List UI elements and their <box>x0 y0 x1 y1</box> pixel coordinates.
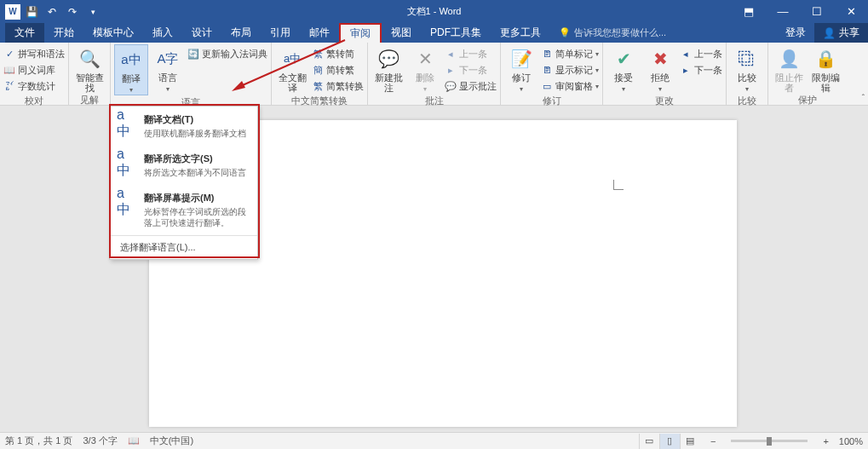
language-button[interactable]: A字 语言▾ <box>151 44 185 94</box>
collapse-ribbon-icon[interactable]: ˆ <box>862 94 865 103</box>
wordcount-button[interactable]: ㍄字数统计 <box>3 78 65 94</box>
close-button[interactable]: ✕ <box>834 0 868 23</box>
track-icon: 📝 <box>509 46 534 72</box>
group-language: a中 翻译▾ A字 语言▾ 🔄更新输入法词典 语言 <box>111 43 272 105</box>
translate-sel-icon: a中 <box>117 153 137 173</box>
view-buttons: ▭ ▯ ▤ <box>639 434 700 449</box>
tab-insert[interactable]: 插入 <box>143 23 182 43</box>
translate-button[interactable]: a中 翻译▾ <box>114 44 148 95</box>
statusbar: 第 1 页，共 1 页 3/3 个字 📖 中文(中国) ▭ ▯ ▤ − + 10… <box>0 432 868 449</box>
next-comment-button[interactable]: ▸下一条 <box>445 62 497 78</box>
next-change-button[interactable]: ▸下一条 <box>680 62 722 78</box>
group-comments: 💬 新建批注 ✕ 删除▾ ◂上一条 ▸下一条 💬显示批注 批注 <box>368 43 501 105</box>
full-translate-icon: a中 <box>279 46 305 72</box>
undo-button[interactable]: ↶ <box>43 3 61 21</box>
qat-customize[interactable]: ▾ <box>83 3 102 21</box>
translate-document-item[interactable]: a中 翻译文档(T) 使用联机翻译服务翻译文档 <box>110 106 257 146</box>
block-authors-button[interactable]: 👤 阻止作者 <box>772 44 806 93</box>
lock-icon: 🔒 <box>813 46 838 72</box>
zoom-level[interactable]: 100% <box>839 436 863 446</box>
trad-to-simp-button[interactable]: 繁繁转简 <box>312 46 364 61</box>
text-cursor-icon <box>613 180 624 190</box>
restrict-editing-button[interactable]: 🔒 限制编辑 <box>808 44 842 93</box>
language-icon: A字 <box>155 46 181 72</box>
proofing-status-icon[interactable]: 📖 <box>128 435 140 446</box>
simp-trad-convert-button[interactable]: 繁简繁转换 <box>312 78 364 94</box>
page-indicator[interactable]: 第 1 页，共 1 页 <box>5 435 72 447</box>
tab-layout[interactable]: 布局 <box>221 23 261 43</box>
delete-icon: ✕ <box>412 46 438 72</box>
translate-doc-icon: a中 <box>117 113 137 134</box>
reject-button[interactable]: ✖ 拒绝▾ <box>643 44 677 94</box>
web-layout-button[interactable]: ▤ <box>680 434 700 449</box>
mini-translator-icon: a中 <box>117 192 137 212</box>
search-icon: 🔍 <box>77 46 102 72</box>
share-icon: 👤 <box>823 27 836 39</box>
translate-dropdown: a中 翻译文档(T) 使用联机翻译服务翻译文档 a中 翻译所选文字(S) 将所选… <box>109 106 258 260</box>
prev-comment-button[interactable]: ◂上一条 <box>445 46 497 61</box>
tab-mailings[interactable]: 邮件 <box>300 23 339 43</box>
save-button[interactable]: 💾 <box>22 3 41 21</box>
delete-comment-button[interactable]: ✕ 删除▾ <box>408 44 442 94</box>
prev-change-button[interactable]: ◂上一条 <box>680 46 722 61</box>
accept-icon: ✔ <box>611 46 636 72</box>
new-comment-button[interactable]: 💬 新建批注 <box>371 44 405 93</box>
compare-icon: ⿻ <box>734 46 760 72</box>
ribbon-options-button[interactable]: ⬒ <box>732 0 766 23</box>
mini-translator-item[interactable]: a中 翻译屏幕提示(M) 光标暂停在字词或所选的段落上可快速进行翻译。 <box>110 185 257 235</box>
reviewing-pane-button[interactable]: ▭审阅窗格 ▾ <box>541 78 599 94</box>
tab-design[interactable]: 设计 <box>182 23 221 43</box>
group-compare: ⿻ 比较▾ 比较 <box>727 43 768 105</box>
group-changes: ✔ 接受▾ ✖ 拒绝▾ ◂上一条 ▸下一条 更改 <box>603 43 727 105</box>
tab-file[interactable]: 文件 <box>5 23 44 43</box>
full-translation-button[interactable]: a中 全文翻译 <box>275 44 309 93</box>
read-mode-button[interactable]: ▭ <box>639 434 659 449</box>
tab-home[interactable]: 开始 <box>44 23 83 43</box>
tab-references[interactable]: 引用 <box>261 23 300 43</box>
spelling-button[interactable]: ✓拼写和语法 <box>3 46 65 61</box>
thesaurus-button[interactable]: 📖同义词库 <box>3 62 65 78</box>
show-comments-button[interactable]: 💬显示批注 <box>445 78 497 94</box>
update-ime-button[interactable]: 🔄更新输入法词典 <box>187 46 267 61</box>
tab-template[interactable]: 模板中心 <box>83 23 143 43</box>
group-insights: 🔍 智能查找 见解 <box>69 43 111 105</box>
word-count[interactable]: 3/3 个字 <box>83 435 117 447</box>
accept-button[interactable]: ✔ 接受▾ <box>606 44 641 94</box>
ribbon: ✓拼写和语法 📖同义词库 ㍄字数统计 校对 🔍 智能查找 见解 a中 翻译▾ A… <box>0 43 868 106</box>
translate-icon: a中 <box>118 47 144 72</box>
smart-lookup-button[interactable]: 🔍 智能查找 <box>72 44 106 93</box>
tab-more[interactable]: 更多工具 <box>491 23 550 43</box>
track-changes-button[interactable]: 📝 修订▾ <box>504 44 538 94</box>
reject-icon: ✖ <box>647 46 673 72</box>
bulb-icon: 💡 <box>559 27 571 38</box>
group-protect: 👤 阻止作者 🔒 限制编辑 保护 <box>768 43 846 105</box>
quick-access-toolbar: W 💾 ↶ ↷ ▾ <box>0 3 102 21</box>
group-proofing: ✓拼写和语法 📖同义词库 ㍄字数统计 校对 <box>0 43 69 105</box>
maximize-button[interactable]: ☐ <box>800 0 834 23</box>
minimize-button[interactable]: — <box>766 0 800 23</box>
zoom-out-button[interactable]: − <box>710 436 716 446</box>
tab-view[interactable]: 视图 <box>382 23 421 43</box>
block-icon: 👤 <box>776 46 802 72</box>
login-button[interactable]: 登录 <box>777 23 814 43</box>
window-controls: ⬒ — ☐ ✕ <box>732 0 868 23</box>
translate-selection-item[interactable]: a中 翻译所选文字(S) 将所选文本翻译为不同语言 <box>110 146 257 185</box>
tab-pdf[interactable]: PDF工具集 <box>421 23 491 43</box>
share-button[interactable]: 👤 共享 <box>814 23 868 43</box>
tell-me-box[interactable]: 💡 告诉我您想要做什么... <box>550 23 666 43</box>
choose-translation-language-item[interactable]: 选择翻译语言(L)... <box>110 236 257 259</box>
zoom-in-button[interactable]: + <box>823 436 828 446</box>
markup-dropdown[interactable]: 🖹简单标记 ▾ <box>541 46 599 61</box>
group-tracking: 📝 修订▾ 🖹简单标记 ▾ 🖹显示标记 ▾ ▭审阅窗格 ▾ 修订 <box>501 43 603 105</box>
tab-review[interactable]: 审阅 <box>339 23 382 43</box>
group-chinese-conversion: a中 全文翻译 繁繁转简 簡简转繁 繁简繁转换 中文简繁转换 <box>272 43 368 105</box>
word-icon[interactable]: W <box>5 4 20 20</box>
redo-button[interactable]: ↷ <box>63 3 82 21</box>
language-status[interactable]: 中文(中国) <box>150 435 193 447</box>
comment-icon: 💬 <box>376 46 401 72</box>
print-layout-button[interactable]: ▯ <box>659 434 680 449</box>
simp-to-trad-button[interactable]: 簡简转繁 <box>312 62 364 78</box>
show-markup-button[interactable]: 🖹显示标记 ▾ <box>541 62 599 78</box>
zoom-slider[interactable] <box>731 440 808 442</box>
compare-button[interactable]: ⿻ 比较▾ <box>730 44 764 94</box>
